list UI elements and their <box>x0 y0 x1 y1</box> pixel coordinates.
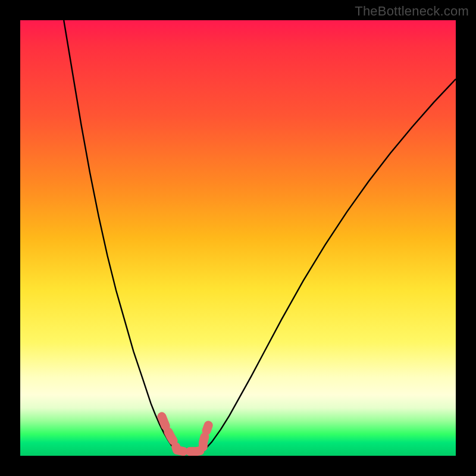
valley-marker-path <box>162 416 208 452</box>
valley-marker-group <box>162 416 208 452</box>
curve-left-line <box>64 20 177 452</box>
chart-frame: TheBottleneck.com <box>0 0 476 476</box>
chart-svg <box>20 20 456 456</box>
plot-area <box>20 20 456 456</box>
curve-right-line <box>203 79 456 452</box>
watermark-text: TheBottleneck.com <box>355 4 469 19</box>
